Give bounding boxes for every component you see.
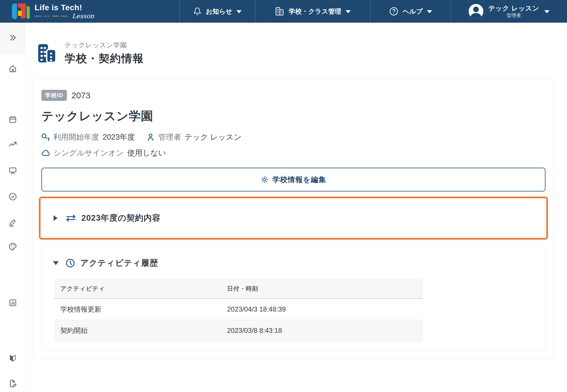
chevron-down-icon [236,10,242,13]
nav-item-label: ヘルプ [403,7,423,16]
nav-item-help[interactable]: ヘルプ [370,0,451,23]
nav-item-school-class-management[interactable]: 学校・クラス管理 [255,0,370,23]
sidebar-item-file-edit[interactable] [9,379,17,388]
school-info-card: 学校ID 2073 テックレッスン学園 利用開始年度 2023年度 [33,79,554,360]
sidebar-item-presentation[interactable] [9,166,17,175]
school-id-badge: 学校ID [41,90,67,101]
sidebar-item-calendar[interactable] [9,115,17,124]
brand-underline: Lesson [35,13,94,19]
cell-activity: 契約開始 [54,326,227,335]
chevron-down-icon [427,10,432,13]
cell-datetime: 2023/03/8 8:43:18 [227,327,423,335]
field-start-year: 利用開始年度 2023年度 [41,132,135,142]
help-circle-icon [389,7,398,16]
bell-icon [193,7,202,16]
cell-activity: 学校情報更新 [54,305,227,314]
chevron-down-icon [346,10,351,13]
brand-product: Lesson [72,13,94,19]
life-is-tech-logo-icon [12,3,30,20]
avatar [469,4,483,19]
caret-right-icon [54,215,58,221]
main-content: テックレッスン学園 学校・契約情報 学校ID 2073 テックレッスン学園 利用… [26,23,567,392]
column-header-activity: アクティビティ [54,285,227,293]
table-row: 契約開始 2023/03/8 8:43:18 [54,320,423,341]
caret-down-icon [53,261,59,265]
dash-blue [35,16,41,17]
nav-item-notifications[interactable]: お知らせ [179,0,255,23]
contract-section-title: 2023年度の契約内容 [81,212,160,224]
chevron-down-icon [544,10,549,13]
field-label: 利用開始年度 [53,132,99,142]
sidebar-item-palette[interactable] [9,242,17,251]
swap-arrows-icon [65,214,76,222]
contract-section-toggle[interactable]: 2023年度の契約内容 [42,200,545,236]
page-header: テックレッスン学園 学校・契約情報 [37,41,567,66]
sidebar-item-pencil-line[interactable] [9,218,17,227]
dash-red [43,16,50,17]
edit-school-info-button[interactable]: 学校情報を編集 [41,168,545,191]
page-title: 学校・契約情報 [65,51,144,66]
brand-text: Life is Tech! Lesson [35,3,94,20]
key-icon [41,133,50,141]
school-name: テックレッスン学園 [41,108,545,124]
cloud-icon [41,149,50,157]
top-navbar: Life is Tech! Lesson お知らせ [0,0,567,23]
field-admin: 管理者 テック レッスン [146,132,242,142]
school-building-icon [275,7,284,16]
school-building-icon [37,43,58,64]
cell-datetime: 2023/04/3 18:48:39 [227,305,423,313]
activity-section-title: アクティビティ履歴 [80,257,158,269]
school-id-value: 2073 [71,91,90,100]
nav-item-label: 学校・クラス管理 [289,7,341,16]
person-icon [146,133,155,141]
user-name: テック レッスン [488,4,539,12]
field-value: テック レッスン [185,132,242,142]
dash-yellow [52,16,59,17]
activity-section: アクティビティ履歴 アクティビティ 日付・時刻 学校情報更新 2023/04/3… [41,246,545,351]
table-row: 学校情報更新 2023/04/3 18:48:39 [54,299,423,320]
clock-icon [65,258,75,268]
dash-green [61,16,68,17]
column-header-datetime: 日付・時刻 [227,285,423,293]
user-role: 管理者 [507,12,521,18]
app-screen: Life is Tech! Lesson お知らせ [0,0,567,392]
expand-sidebar-button[interactable] [0,23,25,53]
brand-logo[interactable]: Life is Tech! Lesson [0,0,179,23]
activity-table-header: アクティビティ 日付・時刻 [54,279,423,299]
field-value: 2023年度 [103,132,135,142]
page-school-name: テックレッスン学園 [65,41,144,50]
sidebar-item-bar-chart[interactable] [9,299,17,307]
contract-section: 2023年度の契約内容 [42,200,545,237]
edit-school-info-label: 学校情報を編集 [272,175,326,185]
school-sso-row: シングルサインオン 使用しない [41,148,545,158]
sidebar-item-home[interactable] [9,64,17,73]
sidebar-item-beginner-mark[interactable] [9,354,17,363]
user-menu[interactable]: テック レッスン 管理者 [451,0,567,23]
user-info: テック レッスン 管理者 [488,4,539,18]
school-fields-row: 利用開始年度 2023年度 管理者 テック レッスン [41,132,545,142]
field-value: 使用しない [127,148,166,158]
gear-icon [261,176,268,184]
highlight-annotation: 2023年度の契約内容 [39,197,548,240]
field-label: 管理者 [158,132,181,142]
brand-name: Life is Tech! [35,3,94,12]
sidebar-item-check-circle[interactable] [9,192,17,201]
chevrons-right-icon [9,33,17,42]
sidebar-item-trending-up[interactable] [9,140,17,148]
nav-item-label: お知らせ [206,7,232,16]
activity-table: アクティビティ 日付・時刻 学校情報更新 2023/04/3 18:48:39 … [54,279,423,341]
left-sidebar [0,23,26,392]
activity-section-toggle[interactable]: アクティビティ履歴 [48,257,538,269]
school-id-row: 学校ID 2073 [41,90,545,101]
field-sso: シングルサインオン 使用しない [41,148,166,158]
field-label: シングルサインオン [53,148,124,158]
